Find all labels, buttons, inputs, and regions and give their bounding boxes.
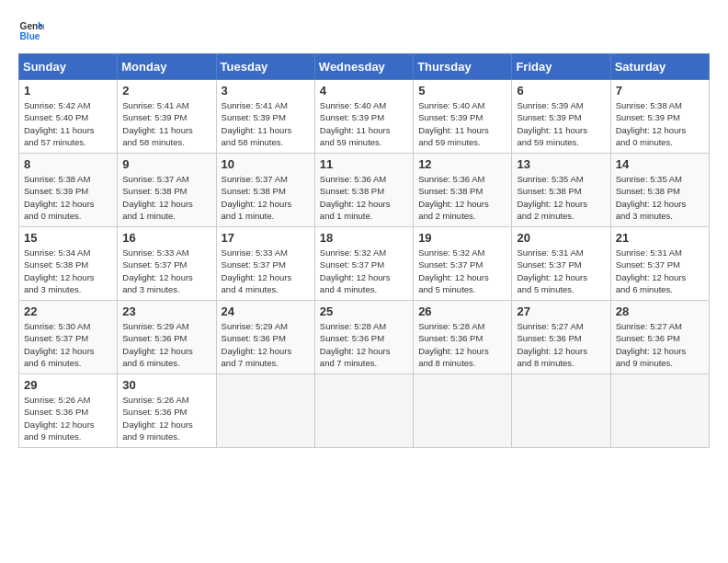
- calendar-cell: 20Sunrise: 5:31 AM Sunset: 5:37 PM Dayli…: [512, 227, 610, 301]
- day-info: Sunrise: 5:28 AM Sunset: 5:36 PM Dayligh…: [418, 320, 506, 369]
- calendar-cell: 17Sunrise: 5:33 AM Sunset: 5:37 PM Dayli…: [216, 227, 314, 301]
- calendar-cell: [414, 374, 512, 448]
- calendar-cell: 25Sunrise: 5:28 AM Sunset: 5:36 PM Dayli…: [314, 301, 413, 374]
- day-header-saturday: Saturday: [610, 54, 709, 80]
- calendar-cell: 16Sunrise: 5:33 AM Sunset: 5:37 PM Dayli…: [118, 227, 216, 301]
- day-number: 5: [418, 84, 506, 98]
- day-number: 28: [616, 304, 704, 318]
- day-header-sunday: Sunday: [19, 54, 118, 80]
- day-info: Sunrise: 5:42 AM Sunset: 5:40 PM Dayligh…: [24, 99, 112, 148]
- day-info: Sunrise: 5:35 AM Sunset: 5:38 PM Dayligh…: [517, 173, 605, 222]
- calendar-week-row: 8Sunrise: 5:38 AM Sunset: 5:39 PM Daylig…: [19, 154, 710, 227]
- day-info: Sunrise: 5:35 AM Sunset: 5:38 PM Dayligh…: [616, 173, 704, 222]
- day-number: 2: [122, 84, 210, 98]
- day-info: Sunrise: 5:41 AM Sunset: 5:39 PM Dayligh…: [122, 99, 210, 148]
- calendar-week-row: 1Sunrise: 5:42 AM Sunset: 5:40 PM Daylig…: [19, 80, 710, 154]
- calendar-week-row: 22Sunrise: 5:30 AM Sunset: 5:37 PM Dayli…: [19, 301, 710, 374]
- calendar-cell: 26Sunrise: 5:28 AM Sunset: 5:36 PM Dayli…: [414, 301, 512, 374]
- day-header-thursday: Thursday: [414, 54, 512, 80]
- day-info: Sunrise: 5:28 AM Sunset: 5:36 PM Dayligh…: [320, 320, 408, 369]
- day-header-tuesday: Tuesday: [216, 54, 314, 80]
- calendar-cell: 1Sunrise: 5:42 AM Sunset: 5:40 PM Daylig…: [19, 80, 118, 154]
- calendar-cell: 15Sunrise: 5:34 AM Sunset: 5:38 PM Dayli…: [19, 227, 118, 301]
- day-header-wednesday: Wednesday: [314, 54, 413, 80]
- day-info: Sunrise: 5:26 AM Sunset: 5:36 PM Dayligh…: [122, 394, 210, 442]
- day-info: Sunrise: 5:31 AM Sunset: 5:37 PM Dayligh…: [517, 247, 605, 295]
- day-info: Sunrise: 5:37 AM Sunset: 5:38 PM Dayligh…: [122, 173, 210, 222]
- calendar-cell: [512, 374, 610, 448]
- day-number: 1: [24, 84, 112, 98]
- calendar-header-row: SundayMondayTuesdayWednesdayThursdayFrid…: [19, 54, 710, 80]
- calendar-cell: 11Sunrise: 5:36 AM Sunset: 5:38 PM Dayli…: [314, 154, 413, 227]
- day-number: 24: [222, 304, 310, 318]
- day-number: 13: [517, 157, 605, 171]
- day-number: 19: [418, 231, 506, 245]
- day-number: 8: [24, 157, 112, 171]
- day-number: 14: [616, 157, 704, 171]
- day-number: 17: [222, 231, 310, 245]
- calendar-cell: 23Sunrise: 5:29 AM Sunset: 5:36 PM Dayli…: [118, 301, 216, 374]
- calendar-cell: 5Sunrise: 5:40 AM Sunset: 5:39 PM Daylig…: [414, 80, 512, 154]
- day-number: 10: [222, 157, 310, 171]
- day-info: Sunrise: 5:36 AM Sunset: 5:38 PM Dayligh…: [418, 173, 506, 222]
- day-number: 21: [616, 231, 704, 245]
- day-number: 22: [24, 304, 112, 318]
- page-header: General Blue: [18, 18, 710, 44]
- day-info: Sunrise: 5:41 AM Sunset: 5:39 PM Dayligh…: [222, 99, 310, 148]
- day-number: 4: [320, 84, 408, 98]
- day-info: Sunrise: 5:38 AM Sunset: 5:39 PM Dayligh…: [24, 173, 112, 222]
- day-number: 20: [517, 231, 605, 245]
- day-number: 9: [122, 157, 210, 171]
- calendar-cell: 8Sunrise: 5:38 AM Sunset: 5:39 PM Daylig…: [19, 154, 118, 227]
- day-number: 3: [222, 84, 310, 98]
- calendar-cell: 28Sunrise: 5:27 AM Sunset: 5:36 PM Dayli…: [610, 301, 709, 374]
- calendar-cell: 18Sunrise: 5:32 AM Sunset: 5:37 PM Dayli…: [314, 227, 413, 301]
- calendar-week-row: 15Sunrise: 5:34 AM Sunset: 5:38 PM Dayli…: [19, 227, 710, 301]
- calendar-cell: 2Sunrise: 5:41 AM Sunset: 5:39 PM Daylig…: [118, 80, 216, 154]
- day-info: Sunrise: 5:37 AM Sunset: 5:38 PM Dayligh…: [222, 173, 310, 222]
- day-info: Sunrise: 5:32 AM Sunset: 5:37 PM Dayligh…: [418, 247, 506, 295]
- svg-text:Blue: Blue: [20, 31, 40, 41]
- calendar-cell: 10Sunrise: 5:37 AM Sunset: 5:38 PM Dayli…: [216, 154, 314, 227]
- calendar-week-row: 29Sunrise: 5:26 AM Sunset: 5:36 PM Dayli…: [19, 374, 710, 448]
- calendar-cell: 12Sunrise: 5:36 AM Sunset: 5:38 PM Dayli…: [414, 154, 512, 227]
- day-info: Sunrise: 5:27 AM Sunset: 5:36 PM Dayligh…: [616, 320, 704, 369]
- day-info: Sunrise: 5:27 AM Sunset: 5:36 PM Dayligh…: [517, 320, 605, 369]
- calendar-cell: [314, 374, 413, 448]
- day-info: Sunrise: 5:30 AM Sunset: 5:37 PM Dayligh…: [24, 320, 112, 369]
- day-info: Sunrise: 5:40 AM Sunset: 5:39 PM Dayligh…: [320, 99, 408, 148]
- day-info: Sunrise: 5:34 AM Sunset: 5:38 PM Dayligh…: [24, 247, 112, 295]
- calendar-cell: 6Sunrise: 5:39 AM Sunset: 5:39 PM Daylig…: [512, 80, 610, 154]
- day-number: 23: [122, 304, 210, 318]
- calendar-cell: 29Sunrise: 5:26 AM Sunset: 5:36 PM Dayli…: [19, 374, 118, 448]
- day-number: 27: [517, 304, 605, 318]
- calendar-cell: 22Sunrise: 5:30 AM Sunset: 5:37 PM Dayli…: [19, 301, 118, 374]
- day-info: Sunrise: 5:39 AM Sunset: 5:39 PM Dayligh…: [517, 99, 605, 148]
- day-number: 30: [122, 378, 210, 392]
- day-header-friday: Friday: [512, 54, 610, 80]
- calendar-table: SundayMondayTuesdayWednesdayThursdayFrid…: [18, 53, 710, 448]
- day-info: Sunrise: 5:26 AM Sunset: 5:36 PM Dayligh…: [24, 394, 112, 442]
- calendar-cell: 13Sunrise: 5:35 AM Sunset: 5:38 PM Dayli…: [512, 154, 610, 227]
- calendar-cell: 9Sunrise: 5:37 AM Sunset: 5:38 PM Daylig…: [118, 154, 216, 227]
- logo: General Blue: [18, 18, 44, 44]
- day-info: Sunrise: 5:31 AM Sunset: 5:37 PM Dayligh…: [616, 247, 704, 295]
- day-number: 15: [24, 231, 112, 245]
- day-info: Sunrise: 5:33 AM Sunset: 5:37 PM Dayligh…: [122, 247, 210, 295]
- day-info: Sunrise: 5:38 AM Sunset: 5:39 PM Dayligh…: [616, 99, 704, 148]
- calendar-cell: 7Sunrise: 5:38 AM Sunset: 5:39 PM Daylig…: [610, 80, 709, 154]
- day-number: 18: [320, 231, 408, 245]
- calendar-cell: [610, 374, 709, 448]
- day-info: Sunrise: 5:32 AM Sunset: 5:37 PM Dayligh…: [320, 247, 408, 295]
- day-number: 25: [320, 304, 408, 318]
- day-number: 6: [517, 84, 605, 98]
- day-header-monday: Monday: [118, 54, 216, 80]
- day-info: Sunrise: 5:33 AM Sunset: 5:37 PM Dayligh…: [222, 247, 310, 295]
- calendar-cell: 4Sunrise: 5:40 AM Sunset: 5:39 PM Daylig…: [314, 80, 413, 154]
- calendar-cell: 30Sunrise: 5:26 AM Sunset: 5:36 PM Dayli…: [118, 374, 216, 448]
- calendar-cell: 21Sunrise: 5:31 AM Sunset: 5:37 PM Dayli…: [610, 227, 709, 301]
- day-info: Sunrise: 5:29 AM Sunset: 5:36 PM Dayligh…: [222, 320, 310, 369]
- svg-text:General: General: [20, 21, 44, 31]
- calendar-cell: 19Sunrise: 5:32 AM Sunset: 5:37 PM Dayli…: [414, 227, 512, 301]
- calendar-cell: 24Sunrise: 5:29 AM Sunset: 5:36 PM Dayli…: [216, 301, 314, 374]
